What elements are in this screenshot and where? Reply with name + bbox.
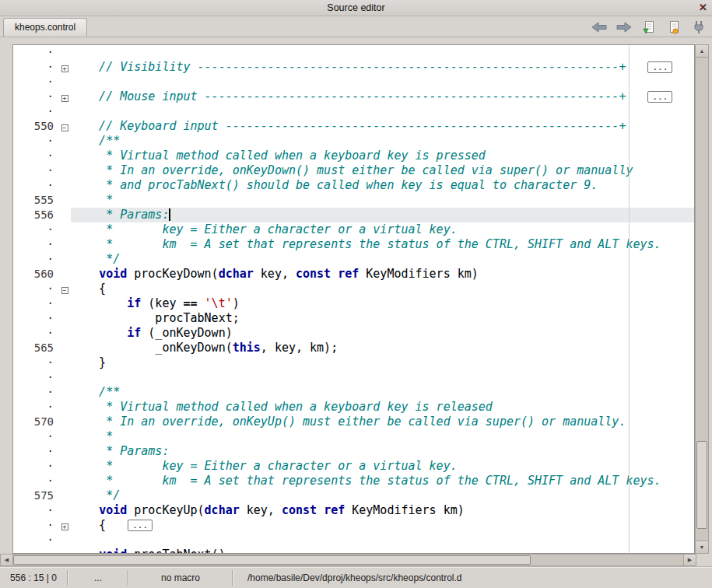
detach-button[interactable] xyxy=(690,19,707,36)
code-text[interactable]: // Visibility --------------------------… xyxy=(71,60,694,75)
code-line[interactable]: 565 _onKeyDown(this, key, km); xyxy=(13,341,694,355)
code-text[interactable]: /** xyxy=(71,134,694,149)
scroll-down-button[interactable]: ▼ xyxy=(696,541,708,553)
code-text[interactable]: * Virtual method called when a keyboard … xyxy=(71,149,694,163)
code-line[interactable]: · void procKeyUp(dchar key, const ref Ke… xyxy=(13,503,694,518)
horizontal-scroll-track[interactable] xyxy=(13,555,683,565)
code-line[interactable]: 550− // Keyboard input -----------------… xyxy=(13,119,694,134)
code-line[interactable]: · */ xyxy=(13,252,694,267)
code-text[interactable]: */ xyxy=(71,252,694,267)
code-text[interactable]: */ xyxy=(71,488,694,503)
fold-marker-icon[interactable]: + xyxy=(61,65,68,72)
code-text[interactable]: * and procTabNext() should be called whe… xyxy=(71,178,694,193)
code-line[interactable]: · xyxy=(13,370,694,385)
code-text[interactable]: * Virtual method called when a keyboard … xyxy=(71,400,694,415)
go-forward-button[interactable] xyxy=(616,19,633,36)
code-text[interactable] xyxy=(71,104,694,119)
code-text[interactable]: void procKeyUp(dchar key, const ref KeyM… xyxy=(71,503,694,518)
fold-column[interactable]: − xyxy=(58,119,71,134)
go-back-button[interactable] xyxy=(591,19,608,36)
code-line[interactable]: ·+ {... xyxy=(13,518,694,533)
code-text[interactable]: if (_onKeyDown) xyxy=(71,326,694,341)
code-line[interactable]: 560 void procKeyDown(dchar key, const re… xyxy=(13,267,694,282)
code-text[interactable]: * km = A set that represents the status … xyxy=(71,474,694,488)
collapsed-fold-indicator[interactable]: ... xyxy=(128,520,153,531)
code-line[interactable]: ·+ // Visibility -----------------------… xyxy=(13,60,694,75)
code-text[interactable] xyxy=(71,75,694,89)
code-text[interactable] xyxy=(71,45,694,60)
scroll-up-button[interactable]: ▲ xyxy=(696,45,708,58)
code-line[interactable]: · procTabNext; xyxy=(13,311,694,326)
code-line[interactable]: · * In an override, onKeyDown() must eit… xyxy=(13,163,694,178)
code-line[interactable]: · * Params: xyxy=(13,444,694,459)
code-line[interactable]: 570 * In an override, onKeyUp() must eit… xyxy=(13,415,694,429)
fold-column[interactable]: + xyxy=(58,89,71,104)
code-text[interactable] xyxy=(71,370,694,385)
code-line[interactable]: ·− { xyxy=(13,282,694,296)
code-line[interactable]: · xyxy=(13,45,694,60)
code-text[interactable]: /** xyxy=(71,385,694,400)
code-text[interactable]: * Params: xyxy=(71,208,694,222)
code-line[interactable]: 555 * xyxy=(13,193,694,208)
code-text[interactable]: * In an override, onKeyDown() must eithe… xyxy=(71,163,694,178)
collapsed-fold-indicator[interactable]: ... xyxy=(647,61,672,73)
code-line[interactable]: 575 */ xyxy=(13,488,694,503)
code-line[interactable]: · xyxy=(13,75,694,89)
horizontal-scroll-thumb[interactable] xyxy=(13,555,531,565)
code-line[interactable]: · * km = A set that represents the statu… xyxy=(13,237,694,252)
code-line[interactable]: · } xyxy=(13,355,694,370)
code-line[interactable]: · * key = Either a character or a virtua… xyxy=(13,459,694,474)
code-text[interactable]: {... xyxy=(71,518,694,533)
close-icon[interactable]: ✕ xyxy=(699,0,707,16)
code-text[interactable] xyxy=(71,533,694,548)
collapsed-fold-indicator[interactable]: ... xyxy=(647,91,672,103)
code-line[interactable]: · xyxy=(13,533,694,548)
code-text[interactable]: void procKeyDown(dchar key, const ref Ke… xyxy=(71,267,694,282)
code-line[interactable]: · * xyxy=(13,429,694,444)
code-line[interactable]: 556 * Params: xyxy=(13,208,694,222)
code-text[interactable]: void procTabNext() xyxy=(71,548,694,554)
fold-marker-icon[interactable]: − xyxy=(61,124,68,131)
code-text[interactable]: _onKeyDown(this, key, km); xyxy=(71,341,694,355)
code-line[interactable]: · * km = A set that represents the statu… xyxy=(13,474,694,488)
fold-marker-icon[interactable]: + xyxy=(61,523,68,530)
code-line[interactable]: · /** xyxy=(13,134,694,149)
horizontal-scrollbar[interactable]: ◀ ▶ xyxy=(0,554,696,566)
tab-kheops-control[interactable]: kheops.control xyxy=(3,18,87,37)
scroll-left-button[interactable]: ◀ xyxy=(1,555,13,565)
code-text[interactable]: // Keyboard input ----------------------… xyxy=(71,119,694,134)
code-text[interactable]: * key = Either a character or a virtual … xyxy=(71,459,694,474)
code-text[interactable]: // Mouse input -------------------------… xyxy=(71,89,694,104)
code-line[interactable]: · * Virtual method called when a keyboar… xyxy=(13,400,694,415)
code-text[interactable]: { xyxy=(71,282,694,296)
fold-column[interactable]: + xyxy=(58,60,71,75)
code-text[interactable]: * xyxy=(71,193,694,208)
vertical-scroll-thumb[interactable] xyxy=(696,441,707,529)
code-editor[interactable]: ··+ // Visibility ----------------------… xyxy=(12,44,695,554)
code-text[interactable]: if (key == '\t') xyxy=(71,296,694,311)
fold-column[interactable]: − xyxy=(58,282,71,296)
document-open-button[interactable] xyxy=(640,19,658,36)
fold-column[interactable]: + xyxy=(58,518,71,533)
code-line[interactable]: · * and procTabNext() should be called w… xyxy=(13,178,694,193)
code-line[interactable]: · void procTabNext() xyxy=(13,548,694,554)
code-text[interactable]: * Params: xyxy=(71,444,694,459)
code-text[interactable]: * xyxy=(71,429,694,444)
code-text[interactable]: * key = Either a character or a virtual … xyxy=(71,222,694,237)
scroll-right-button[interactable]: ▶ xyxy=(683,555,696,565)
code-line[interactable]: · if (key == '\t') xyxy=(13,296,694,311)
code-line[interactable]: · * key = Either a character or a virtua… xyxy=(13,222,694,237)
code-line[interactable]: · * Virtual method called when a keyboar… xyxy=(13,149,694,163)
code-text[interactable]: * km = A set that represents the status … xyxy=(71,237,694,252)
fold-marker-icon[interactable]: − xyxy=(61,287,68,294)
code-text[interactable]: } xyxy=(71,355,694,370)
code-line[interactable]: · xyxy=(13,104,694,119)
code-line[interactable]: · /** xyxy=(13,385,694,400)
code-line[interactable]: ·+ // Mouse input ----------------------… xyxy=(13,89,694,104)
document-save-button[interactable] xyxy=(665,19,682,36)
code-text[interactable]: * In an override, onKeyUp() must either … xyxy=(71,415,694,429)
code-line[interactable]: · if (_onKeyDown) xyxy=(13,326,694,341)
code-text[interactable]: procTabNext; xyxy=(71,311,694,326)
vertical-scrollbar[interactable]: ▲ ▼ xyxy=(695,44,709,554)
fold-marker-icon[interactable]: + xyxy=(61,95,68,102)
